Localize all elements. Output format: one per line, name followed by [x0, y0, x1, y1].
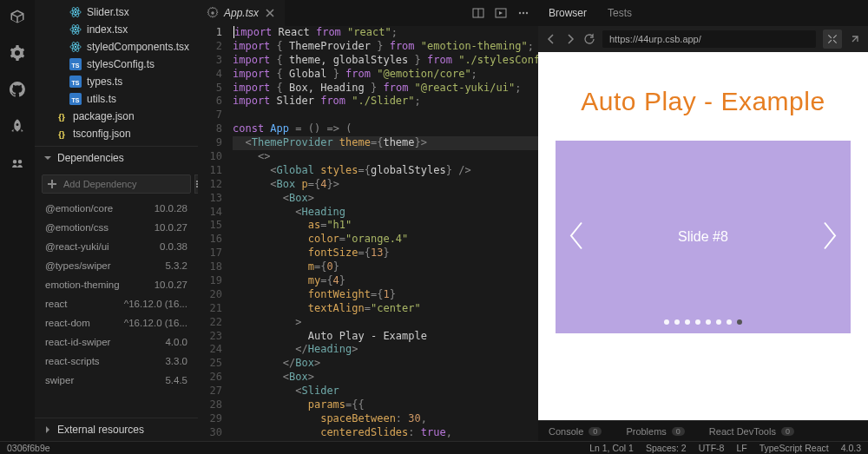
slider-pagination	[664, 319, 742, 325]
pagination-dot[interactable]	[664, 319, 669, 325]
tab-app-tsx[interactable]: App.tsx	[198, 0, 285, 26]
gear-small-icon	[207, 7, 219, 19]
svg-point-20	[211, 11, 214, 15]
gear-icon[interactable]	[10, 45, 25, 61]
preview-pane: Browser Tests https://44urp.csb.app/ Aut…	[538, 0, 868, 441]
pagination-dot[interactable]	[685, 319, 690, 325]
preview-icon[interactable]	[495, 7, 507, 19]
svg-point-8	[75, 46, 76, 48]
dependencies-label: Dependencies	[57, 152, 124, 164]
chevron-left-icon	[566, 220, 585, 253]
reload-icon[interactable]	[583, 33, 595, 45]
tab-tests[interactable]: Tests	[608, 7, 632, 19]
dependency-item[interactable]: @react-yuki/ui0.0.38	[35, 237, 198, 256]
more-icon[interactable]	[517, 7, 529, 19]
tab-browser[interactable]: Browser	[549, 7, 587, 19]
svg-point-25	[523, 12, 524, 14]
forward-icon[interactable]	[564, 33, 576, 45]
svg-text:TS: TS	[72, 63, 80, 69]
svg-text:TS: TS	[72, 80, 80, 86]
pagination-dot[interactable]	[674, 319, 680, 325]
dependency-item[interactable]: @emotion/css10.0.27	[35, 218, 198, 237]
split-icon[interactable]	[472, 7, 484, 19]
status-bar: 0306f6b9e Ln 1, Col 1 Spaces: 2 UTF-8 LF…	[0, 441, 868, 454]
page-title: Auto Play - Example	[581, 87, 825, 116]
file-item[interactable]: TStypes.ts	[35, 73, 198, 90]
file-item[interactable]: {}package.json	[35, 108, 198, 125]
chevron-right-icon	[821, 220, 840, 253]
svg-point-24	[519, 12, 521, 14]
console-tab[interactable]: Console0	[549, 426, 602, 437]
status-position[interactable]: Ln 1, Col 1	[589, 443, 634, 453]
file-item[interactable]: index.tsx	[35, 21, 198, 38]
dependency-item[interactable]: swiper5.4.5	[35, 371, 198, 390]
editor-area: App.tsx 12345678910111213141516171819202…	[198, 0, 538, 441]
status-spaces[interactable]: Spaces: 2	[646, 443, 687, 453]
status-encoding[interactable]: UTF-8	[699, 443, 725, 453]
chevron-down-icon	[43, 154, 52, 162]
activity-bar	[0, 0, 35, 441]
pagination-dot[interactable]	[737, 319, 742, 325]
file-item[interactable]: {}tsconfig.json	[35, 125, 198, 142]
problems-tab[interactable]: Problems0	[626, 426, 684, 437]
live-icon[interactable]	[10, 155, 25, 170]
open-external-icon[interactable]	[849, 33, 861, 45]
dependency-item[interactable]: @emotion/core10.0.28	[35, 199, 198, 218]
dependency-item[interactable]: emotion-theming10.0.27	[35, 275, 198, 294]
file-item[interactable]: TSutils.ts	[35, 90, 198, 108]
pagination-dot[interactable]	[716, 319, 721, 325]
browser-content: Auto Play - Example Slide #8	[538, 52, 868, 420]
pagination-dot[interactable]	[706, 319, 711, 325]
chevron-right-icon	[43, 425, 52, 434]
editor-content[interactable]: 1234567891011121314151617181920212223242…	[198, 26, 538, 441]
browser-toolbar: https://44urp.csb.app/	[538, 26, 868, 52]
console-bar: Console0 Problems0 React DevTools0	[538, 420, 868, 441]
back-icon[interactable]	[545, 33, 557, 45]
file-item[interactable]: TSstylesConfig.ts	[35, 56, 198, 73]
close-icon[interactable]	[264, 7, 276, 19]
external-resources-header[interactable]: External resources	[35, 418, 198, 441]
slider-next-button[interactable]	[821, 220, 840, 255]
dependency-list: @emotion/core10.0.28@emotion/css10.0.27@…	[35, 199, 198, 418]
status-eol[interactable]: LF	[736, 443, 746, 453]
svg-text:{}: {}	[58, 112, 65, 122]
sidebar: Slider.tsxindex.tsxstyledComponents.tsxT…	[35, 0, 198, 441]
file-item[interactable]: styledComponents.tsx	[35, 38, 198, 56]
status-hash[interactable]: 0306f6b9e	[7, 443, 589, 453]
expand-icon	[826, 33, 838, 45]
svg-point-4	[75, 29, 76, 30]
svg-text:{}: {}	[58, 129, 65, 139]
pagination-dot[interactable]	[727, 319, 732, 325]
new-window-button[interactable]	[823, 30, 842, 49]
plus-icon	[47, 179, 57, 189]
pagination-dot[interactable]	[695, 319, 700, 325]
svg-point-0	[75, 11, 76, 13]
dependency-item[interactable]: react-dom^16.12.0 (16...	[35, 313, 198, 332]
tab-label: App.tsx	[224, 7, 259, 19]
slider: Slide #8	[556, 141, 851, 333]
status-language[interactable]: TypeScript React	[760, 443, 829, 453]
status-version[interactable]: 4.0.3	[841, 443, 861, 453]
svg-point-26	[526, 12, 528, 14]
github-icon[interactable]	[10, 82, 25, 97]
address-bar[interactable]: https://44urp.csb.app/	[602, 30, 816, 48]
dependency-item[interactable]: react^16.12.0 (16...	[35, 294, 198, 313]
editor-tabs: App.tsx	[198, 0, 538, 26]
dependency-item[interactable]: react-id-swiper4.0.0	[35, 332, 198, 352]
dependency-item[interactable]: @types/swiper5.3.2	[35, 256, 198, 275]
dependency-item[interactable]: react-scripts3.3.0	[35, 352, 198, 371]
preview-tabs: Browser Tests	[538, 0, 868, 26]
file-tree: Slider.tsxindex.tsxstyledComponents.tsxT…	[35, 0, 198, 146]
file-item[interactable]: Slider.tsx	[35, 3, 198, 21]
add-dependency-input[interactable]	[42, 174, 191, 194]
slide-label: Slide #8	[678, 229, 728, 245]
slider-prev-button[interactable]	[566, 220, 585, 255]
dependencies-header[interactable]: Dependencies	[35, 146, 198, 169]
cube-icon[interactable]	[10, 9, 25, 24]
devtools-tab[interactable]: React DevTools0	[709, 426, 794, 437]
svg-text:TS: TS	[72, 97, 80, 103]
rocket-icon[interactable]	[10, 118, 25, 134]
external-resources-label: External resources	[57, 424, 144, 436]
